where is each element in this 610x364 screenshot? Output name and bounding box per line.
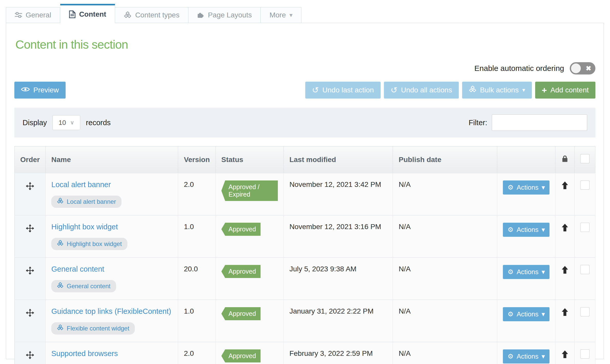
actions-button[interactable]: ⚙Actions▾ (503, 307, 550, 321)
add-content-button[interactable]: + Add content (535, 82, 595, 99)
lock-icon (562, 155, 568, 162)
content-section-page: General Content Content types Page Layou… (0, 0, 610, 364)
status-badge: Approved (221, 265, 261, 278)
table-row: Highlight box widget Highlight box widge… (15, 215, 595, 258)
automatic-ordering-toggle[interactable]: ✖ (570, 62, 595, 74)
tab-content[interactable]: Content (60, 4, 115, 23)
tab-more[interactable]: More ▾ (261, 7, 301, 23)
preview-button[interactable]: Preview (14, 82, 66, 99)
table-row: Guidance top links (FlexibleContent) Fle… (15, 300, 595, 342)
gear-icon: ⚙ (507, 226, 513, 234)
version-cell: 1.0 (178, 215, 216, 258)
content-type-pill[interactable]: Flexible content widget (51, 322, 135, 335)
row-checkbox[interactable] (580, 223, 589, 232)
puzzle-icon (197, 12, 204, 19)
row-checkbox[interactable] (580, 180, 589, 190)
toolbar: Preview ↺ Undo last action ↺ Undo all ac… (14, 82, 595, 99)
cubes-icon (57, 282, 64, 290)
undo-all-actions-button[interactable]: ↺ Undo all actions (384, 82, 459, 99)
tab-page-layouts[interactable]: Page Layouts (188, 7, 261, 23)
undo-icon: ↺ (312, 86, 319, 94)
content-type-pill[interactable]: Local alert banner (51, 196, 121, 208)
gear-icon: ⚙ (507, 268, 513, 276)
content-name-link[interactable]: Guidance top links (FlexibleContent) (51, 307, 171, 315)
content-name-link[interactable]: Supported browsers (51, 349, 118, 358)
publish-date-cell: N/A (393, 173, 497, 215)
row-checkbox[interactable] (580, 349, 589, 359)
content-name-link[interactable]: Highlight box widget (51, 223, 118, 231)
status-badge: Approved (221, 349, 261, 362)
content-name-link[interactable]: General content (51, 265, 104, 273)
header-status[interactable]: Status (216, 146, 284, 173)
sliders-icon (15, 12, 22, 18)
tab-label: More (269, 11, 286, 19)
row-checkbox[interactable] (580, 307, 589, 316)
content-name-link[interactable]: Local alert banner (51, 180, 111, 189)
tab-content-types[interactable]: Content types (115, 7, 188, 23)
actions-button[interactable]: ⚙Actions▾ (503, 223, 550, 237)
drag-move-icon[interactable] (26, 309, 34, 317)
row-checkbox[interactable] (580, 265, 589, 274)
publish-date-cell: N/A (393, 342, 497, 364)
header-publish-date[interactable]: Publish date (393, 146, 497, 173)
publish-date-cell: N/A (393, 258, 497, 300)
gear-icon: ⚙ (507, 310, 513, 318)
header-last-modified[interactable]: Last modified (284, 146, 393, 173)
last-modified-cell: November 12, 2021 3:42 PM (284, 173, 393, 215)
undo-icon: ↺ (391, 86, 398, 94)
file-text-icon (69, 10, 76, 18)
drag-move-icon[interactable] (26, 266, 34, 275)
caret-down-icon: ▾ (542, 352, 545, 360)
chevron-down-icon: ∨ (70, 119, 74, 126)
last-modified-cell: July 5, 2023 9:38 AM (284, 258, 393, 300)
table-header-row: Order Name Version Status Last modified … (15, 146, 595, 173)
records-select[interactable]: 10 ∨ (53, 115, 80, 130)
page-title: Content in this section (15, 37, 595, 51)
filter-input[interactable] (492, 114, 587, 131)
move-to-top-icon[interactable] (561, 265, 569, 274)
actions-button[interactable]: ⚙Actions▾ (503, 180, 550, 195)
cubes-icon (469, 86, 476, 95)
actions-button[interactable]: ⚙Actions▾ (503, 265, 550, 279)
table-row: General content General content 20.0 App… (15, 258, 595, 300)
version-cell: 20.0 (178, 258, 216, 300)
move-to-top-icon[interactable] (561, 223, 569, 231)
header-select-all (574, 146, 595, 173)
header-version[interactable]: Version (178, 146, 216, 173)
tab-label: Content types (135, 11, 179, 19)
drag-move-icon[interactable] (26, 224, 34, 232)
caret-down-icon: ▾ (542, 184, 545, 191)
tab-general[interactable]: General (6, 7, 60, 23)
move-to-top-icon[interactable] (561, 180, 569, 189)
drag-move-icon[interactable] (26, 182, 34, 190)
status-badge: Approved (221, 223, 261, 236)
last-modified-cell: January 31, 2022 2:22 PM (284, 300, 393, 342)
cubes-icon (57, 198, 64, 206)
status-badge: Approved (221, 307, 261, 320)
version-cell: 2.0 (178, 173, 216, 215)
caret-down-icon: ▾ (522, 87, 525, 93)
tab-label: Page Layouts (208, 11, 252, 19)
actions-button[interactable]: ⚙Actions▾ (503, 349, 550, 363)
toggle-knob (571, 63, 581, 73)
caret-down-icon: ▾ (542, 310, 545, 318)
caret-down-icon: ▾ (542, 226, 545, 234)
bulk-actions-button[interactable]: Bulk actions ▾ (462, 82, 532, 99)
content-type-pill[interactable]: Highlight box widget (51, 238, 127, 250)
header-order[interactable]: Order (15, 146, 46, 173)
content-table: Order Name Version Status Last modified … (14, 146, 595, 364)
automatic-ordering-row: Enable automatic ordering ✖ (14, 62, 595, 74)
move-to-top-icon[interactable] (561, 349, 569, 358)
select-all-checkbox[interactable] (580, 154, 589, 163)
caret-down-icon: ▾ (542, 268, 545, 276)
status-badge: Approved / Expired (221, 180, 278, 201)
move-to-top-icon[interactable] (561, 307, 569, 316)
content-type-pill[interactable]: General content (51, 280, 116, 292)
version-cell: 2.0 (178, 342, 216, 364)
header-name[interactable]: Name (46, 146, 178, 173)
version-cell: 1.0 (178, 300, 216, 342)
cubes-icon (57, 325, 64, 332)
table-control-bar: Display 10 ∨ records Filter: (14, 108, 595, 137)
drag-move-icon[interactable] (26, 351, 34, 359)
undo-last-action-button[interactable]: ↺ Undo last action (305, 82, 381, 99)
